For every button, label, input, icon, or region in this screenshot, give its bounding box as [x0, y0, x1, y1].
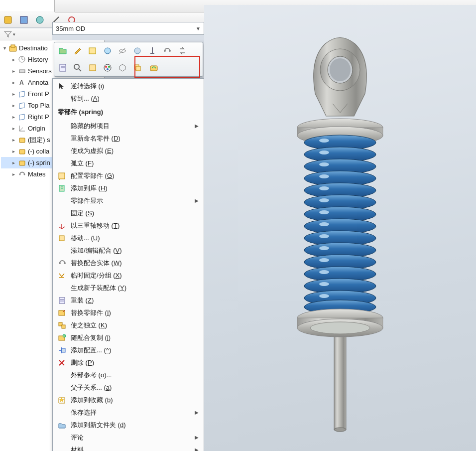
- blank-icon: [57, 408, 68, 417]
- svg-point-23: [74, 64, 79, 69]
- menu-item-label: 逆转选择 (i): [71, 82, 199, 91]
- part-icon: [18, 159, 26, 167]
- expand-icon[interactable]: ▸: [11, 103, 16, 108]
- ctb-mate-icon[interactable]: [162, 45, 173, 56]
- folder-icon: [57, 421, 68, 430]
- context-menu-item[interactable]: 孤立 (F): [53, 157, 204, 169]
- expand-icon[interactable]: ▸: [11, 68, 16, 74]
- context-menu-item[interactable]: 替换配合实体 (W): [53, 257, 204, 269]
- context-menu-item[interactable]: 外部参考 (o)...: [53, 369, 204, 381]
- svg-point-76: [319, 234, 329, 238]
- submenu-arrow-icon: ▶: [195, 410, 199, 415]
- graphics-viewport[interactable]: [204, 5, 476, 451]
- context-menu-item[interactable]: 重装 (Z): [53, 294, 204, 306]
- ctb-insert-icon[interactable]: [102, 45, 113, 56]
- svg-rect-0: [4, 16, 11, 23]
- expand-icon[interactable]: ▸: [11, 126, 16, 131]
- svg-text:A: A: [19, 79, 24, 86]
- ctb-copy-icon[interactable]: [132, 62, 143, 73]
- expand-icon[interactable]: ▸: [11, 160, 16, 165]
- context-menu-item[interactable]: 以三重轴移动 (T): [53, 219, 204, 232]
- feature-manager-icon[interactable]: [3, 15, 13, 25]
- menu-item-label: 保存选择: [71, 408, 192, 417]
- context-menu-item[interactable]: 配置零部件 (G): [53, 169, 204, 182]
- chevron-down-icon: ▼: [196, 26, 201, 31]
- context-menu-item[interactable]: 添加配置... (^): [53, 344, 204, 356]
- config-manager-icon[interactable]: [35, 15, 45, 25]
- configuration-dropdown[interactable]: 35mm OD ▼: [52, 22, 204, 35]
- tree-item-label: Mates: [28, 170, 45, 178]
- blank-icon: [57, 209, 68, 218]
- context-menu-item[interactable]: 添加到新文件夹 (d): [53, 419, 204, 431]
- svg-line-24: [79, 69, 81, 71]
- svg-point-80: [319, 282, 329, 286]
- menu-item-label: 添加到收藏 (b): [71, 396, 199, 405]
- context-menu-item[interactable]: 隐藏的树项目▶: [53, 120, 204, 132]
- expand-icon[interactable]: ▸: [11, 149, 16, 154]
- addcfg-icon: [57, 346, 68, 355]
- svg-point-29: [107, 68, 109, 70]
- context-menu-item[interactable]: 重新命名零件 (D): [53, 132, 204, 145]
- context-menu-item[interactable]: 父子关系... (a): [53, 381, 204, 394]
- ctb-transparency-icon[interactable]: [132, 45, 143, 56]
- expand-icon[interactable]: ▸: [11, 171, 16, 177]
- ctb-hide-icon[interactable]: [117, 45, 128, 56]
- menu-item-label: 随配合复制 (l): [71, 333, 199, 342]
- submenu-arrow-icon: ▶: [195, 447, 199, 451]
- context-menu-item[interactable]: 添加到收藏 (b): [53, 394, 204, 406]
- context-menu-item[interactable]: 添加/编辑配合 (V): [53, 244, 204, 257]
- svg-point-17: [134, 48, 140, 54]
- context-menu-item[interactable]: 临时固定/分组 (X): [53, 269, 204, 282]
- blank-icon: [57, 122, 68, 131]
- svg-rect-14: [89, 48, 96, 54]
- context-menu-item[interactable]: 生成新子装配体 (Y): [53, 282, 204, 294]
- ctb-properties-icon[interactable]: [57, 62, 68, 73]
- ctb-edit-part-icon[interactable]: [72, 45, 83, 56]
- context-menu-item[interactable]: 保存选择▶: [53, 406, 204, 419]
- context-menu-item[interactable]: 移动... (U): [53, 232, 204, 244]
- context-menu-item[interactable]: 固定 (S): [53, 207, 204, 219]
- ctb-appearance-icon[interactable]: [102, 62, 113, 73]
- svg-point-85: [310, 322, 370, 334]
- svg-rect-44: [62, 348, 65, 352]
- context-menu-item[interactable]: 评论▶: [53, 431, 204, 444]
- tmpfix-icon: [57, 271, 68, 280]
- context-menu-item[interactable]: 使之独立 (K): [53, 319, 204, 331]
- expand-icon[interactable]: ▸: [11, 91, 16, 97]
- ctb-make-flexible-icon[interactable]: [149, 62, 160, 73]
- context-menu-item[interactable]: 使成为虚拟 (E): [53, 145, 204, 157]
- tree-item-label: Annota: [28, 79, 48, 86]
- spring-model: [270, 29, 410, 444]
- ctb-replace-icon[interactable]: [177, 45, 188, 56]
- sensor-icon: [18, 67, 26, 75]
- ctb-fix-icon[interactable]: [147, 45, 158, 56]
- history-icon: [18, 56, 26, 64]
- expand-icon[interactable]: ▸: [11, 80, 16, 85]
- property-manager-icon[interactable]: [19, 15, 29, 25]
- assembly-icon: [9, 44, 17, 52]
- menu-item-label: 评论: [71, 433, 192, 442]
- svg-point-36: [59, 262, 61, 264]
- context-menu-item[interactable]: 转到... (A): [53, 92, 204, 105]
- context-menu-item[interactable]: 添加到库 (H): [53, 182, 204, 194]
- context-menu-item[interactable]: 逆转选择 (i): [53, 80, 204, 92]
- context-menu-item[interactable]: 材料▶: [53, 444, 204, 451]
- annot-icon: A: [18, 79, 26, 87]
- ctb-suppress-icon[interactable]: [117, 62, 128, 73]
- svg-point-71: [319, 174, 329, 178]
- active-tab[interactable]: [0, 0, 55, 12]
- expand-icon[interactable]: ▸: [11, 137, 16, 143]
- mate-icon: [57, 259, 68, 268]
- ctb-normal-to-icon[interactable]: [87, 62, 98, 73]
- expand-icon[interactable]: ▸: [11, 114, 16, 120]
- ctb-open-part-icon[interactable]: [57, 45, 68, 56]
- context-menu-item[interactable]: 随配合复制 (l): [53, 331, 204, 344]
- context-menu-item[interactable]: 删除 (P): [53, 356, 204, 369]
- tree-filter[interactable]: ▾: [0, 28, 52, 40]
- ctb-make-virtual-icon[interactable]: [87, 45, 98, 56]
- expand-icon[interactable]: ▸: [11, 57, 16, 62]
- ctb-zoom-icon[interactable]: [72, 62, 83, 73]
- context-menu-item[interactable]: 零部件显示▶: [53, 194, 204, 207]
- svg-point-81: [319, 294, 329, 298]
- context-menu-item[interactable]: 替换零部件 (I): [53, 306, 204, 319]
